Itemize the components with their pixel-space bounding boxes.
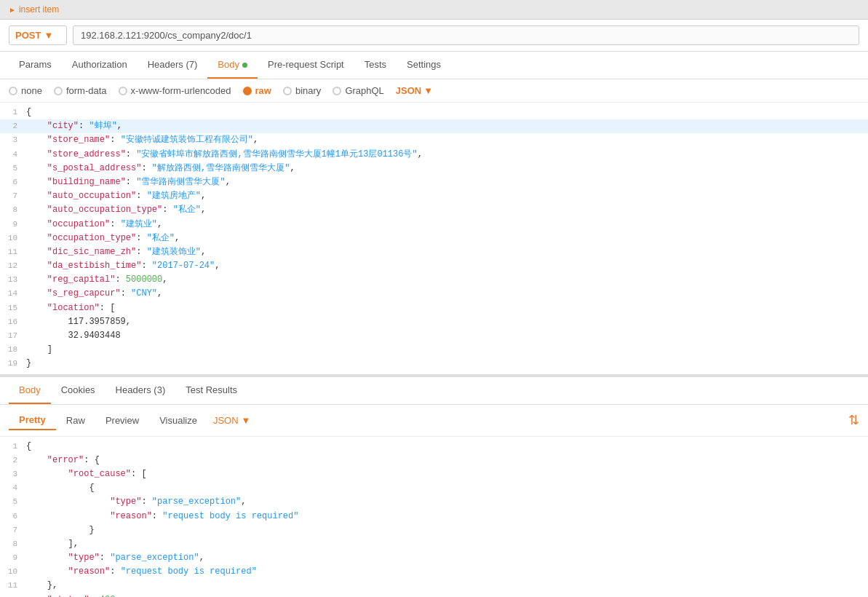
response-format-selector[interactable]: JSON ▼ [213, 415, 251, 426]
table-row: 5 "type": "parse_exception", [0, 495, 868, 509]
response-toolbar: Pretty Raw Preview Visualize JSON ▼ ⇅ [0, 405, 868, 437]
line-number: 11 [0, 245, 26, 259]
line-number: 5 [0, 162, 26, 175]
line-number: 3 [0, 467, 26, 481]
table-row: 10 "reason": "request body is required" [0, 565, 868, 579]
table-row: 11 "dic_sic_name_zh": "建筑装饰业", [0, 245, 868, 259]
radio-graphql [333, 87, 341, 95]
table-row: 8 "auto_occupation_type": "私企", [0, 203, 868, 217]
resp-tab-cookies[interactable]: Cookies [51, 377, 105, 404]
line-content: "type": "parse_exception", [26, 495, 868, 509]
line-number: 8 [0, 203, 26, 217]
method-label: POST [15, 30, 41, 41]
radio-urlencoded [119, 87, 127, 95]
line-content: "dic_sic_name_zh": "建筑装饰业", [26, 245, 868, 259]
line-content: "store_name": "安徽特诚建筑装饰工程有限公司", [26, 133, 868, 147]
resp-btn-raw[interactable]: Raw [56, 411, 95, 430]
option-binary[interactable]: binary [283, 85, 321, 96]
line-number: 9 [0, 551, 26, 565]
save-response-icon[interactable]: ⇅ [848, 412, 859, 428]
table-row: 9 "type": "parse_exception", [0, 551, 868, 565]
table-row: 13 "reg_capital": 5000000, [0, 273, 868, 287]
line-content: { [26, 440, 868, 454]
tab-params[interactable]: Params [9, 52, 62, 79]
radio-raw [243, 87, 252, 95]
table-row: 7 "auto_occupation": "建筑房地产", [0, 189, 868, 203]
radio-binary [283, 87, 292, 95]
tab-body[interactable]: Body [207, 52, 258, 79]
insert-item-label[interactable]: ► insert item [9, 4, 59, 15]
line-content: "occupation": "建筑业", [26, 218, 868, 232]
table-row: 12 "status": 400 [0, 593, 868, 597]
option-form-data[interactable]: form-data [54, 85, 107, 96]
line-content: "s_reg_capcur": "CNY", [26, 287, 868, 301]
tab-authorization[interactable]: Authorization [62, 52, 138, 79]
resp-btn-preview[interactable]: Preview [95, 411, 149, 430]
body-active-dot [242, 63, 247, 68]
line-content: "city": "蚌埠", [26, 119, 868, 133]
line-content: } [26, 523, 868, 537]
option-urlencoded[interactable]: x-www-form-urlencoded [119, 85, 231, 96]
line-number: 4 [0, 481, 26, 495]
line-number: 6 [0, 510, 26, 523]
table-row: 2 "city": "蚌埠", [0, 119, 868, 133]
resp-tab-headers[interactable]: Headers (3) [105, 377, 176, 404]
option-graphql[interactable]: GraphQL [333, 85, 383, 96]
line-number: 16 [0, 315, 26, 329]
option-raw[interactable]: raw [243, 85, 271, 96]
option-none[interactable]: none [9, 85, 42, 96]
line-content: ] [26, 343, 868, 357]
table-row: 3 "store_name": "安徽特诚建筑装饰工程有限公司", [0, 133, 868, 147]
line-number: 18 [0, 343, 26, 357]
resp-btn-pretty[interactable]: Pretty [9, 411, 56, 430]
line-number: 19 [0, 357, 26, 371]
request-body-editor[interactable]: 1{2 "city": "蚌埠",3 "store_name": "安徽特诚建筑… [0, 103, 868, 376]
line-number: 3 [0, 133, 26, 147]
chevron-down-icon: ▼ [44, 30, 53, 41]
tab-tests[interactable]: Tests [354, 52, 397, 79]
line-number: 12 [0, 593, 26, 597]
table-row: 8 ], [0, 537, 868, 551]
table-row: 1{ [0, 440, 868, 454]
line-number: 13 [0, 273, 26, 287]
request-bar: POST ▼ [0, 20, 868, 52]
line-number: 1 [0, 440, 26, 454]
response-code-content: 1{2 "error": {3 "root_cause": [4 {5 "typ… [0, 437, 868, 597]
line-number: 17 [0, 329, 26, 343]
tab-headers[interactable]: Headers (7) [138, 52, 208, 79]
line-content: "s_postal_address": "解放路西侧,雪华路南侧雪华大厦", [26, 162, 868, 175]
table-row: 7 } [0, 523, 868, 537]
top-bar: ► insert item [0, 0, 868, 20]
table-row: 1{ [0, 106, 868, 119]
triangle-icon: ► [9, 6, 16, 14]
line-number: 2 [0, 119, 26, 133]
resp-tab-test-results[interactable]: Test Results [175, 377, 247, 404]
url-input[interactable] [73, 25, 859, 45]
line-number: 8 [0, 537, 26, 551]
line-content: "auto_occupation_type": "私企", [26, 203, 868, 217]
line-content: "status": 400 [26, 593, 868, 597]
json-format-selector[interactable]: JSON ▼ [396, 85, 433, 96]
chevron-down-icon: ▼ [423, 85, 433, 96]
resp-btn-visualize[interactable]: Visualize [149, 411, 207, 430]
table-row: 19} [0, 357, 868, 371]
table-row: 11 }, [0, 579, 868, 593]
line-number: 14 [0, 287, 26, 301]
tab-settings[interactable]: Settings [397, 52, 451, 79]
line-number: 6 [0, 175, 26, 189]
table-row: 5 "s_postal_address": "解放路西侧,雪华路南侧雪华大厦", [0, 162, 868, 175]
table-row: 3 "root_cause": [ [0, 467, 868, 481]
tab-pre-request[interactable]: Pre-request Script [258, 52, 354, 79]
resp-tab-body[interactable]: Body [9, 377, 51, 404]
table-row: 4 "store_address": "安徽省蚌埠市解放路西侧,雪华路南侧雪华大… [0, 148, 868, 162]
line-number: 5 [0, 495, 26, 509]
line-number: 1 [0, 106, 26, 119]
line-content: 117.3957859, [26, 315, 868, 329]
table-row: 12 "da_estibish_time": "2017-07-24", [0, 259, 868, 273]
radio-form-data [54, 87, 63, 95]
method-select[interactable]: POST ▼ [9, 25, 67, 45]
line-content: "root_cause": [ [26, 467, 868, 481]
radio-none [9, 87, 17, 95]
line-content: ], [26, 537, 868, 551]
line-number: 2 [0, 454, 26, 467]
